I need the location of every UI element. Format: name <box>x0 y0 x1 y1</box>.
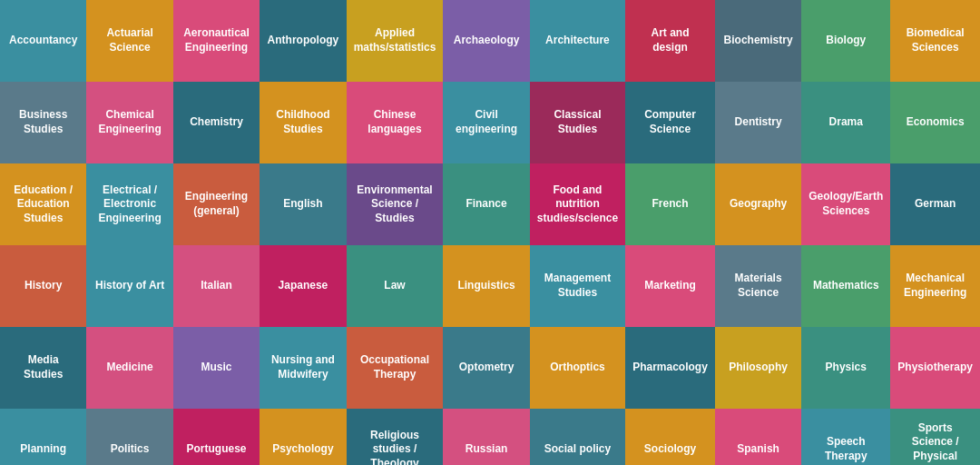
subject-cell[interactable]: Sports Science / Physical Education <box>890 409 980 465</box>
subject-cell[interactable]: Biomedical Sciences <box>890 0 980 82</box>
subject-label: Physiotherapy <box>897 361 973 375</box>
subject-cell[interactable]: Religious studies / Theology <box>347 409 444 465</box>
subject-cell[interactable]: Civil engineering <box>443 82 529 163</box>
subject-label: Business Studies <box>7 108 79 136</box>
subject-cell[interactable]: Architecture <box>530 0 625 82</box>
subject-cell[interactable]: Drama <box>801 82 890 163</box>
subject-label: Nursing and Midwifery <box>267 353 338 381</box>
subject-cell[interactable]: Law <box>347 245 444 327</box>
subject-label: Childhood Studies <box>267 108 338 136</box>
subject-label: Electrical / Electronic Engineering <box>93 183 165 226</box>
subject-cell[interactable]: Archaeology <box>443 0 529 82</box>
subject-label: Mechanical Engineering <box>897 272 973 300</box>
subject-cell[interactable]: Management Studies <box>530 245 625 327</box>
subject-cell[interactable]: Food and nutrition studies/science <box>530 163 625 245</box>
subject-cell[interactable]: Pharmacology <box>625 327 715 409</box>
subject-cell[interactable]: Physics <box>801 327 890 409</box>
subject-cell[interactable]: Spanish <box>715 409 801 465</box>
subject-cell[interactable]: Politics <box>86 409 172 465</box>
subject-cell[interactable]: Nursing and Midwifery <box>260 327 346 409</box>
subject-cell[interactable]: Japanese <box>260 245 346 327</box>
subject-cell[interactable]: Computer Science <box>625 82 715 163</box>
subject-label: Biochemistry <box>724 34 793 48</box>
subject-cell[interactable]: Childhood Studies <box>260 82 346 163</box>
subject-cell[interactable]: Speech Therapy <box>801 409 890 465</box>
subject-cell[interactable]: Finance <box>443 163 529 245</box>
subject-cell[interactable]: Optometry <box>443 327 529 409</box>
subject-label: Aeronautical Engineering <box>181 26 252 54</box>
subject-cell[interactable]: Geology/Earth Sciences <box>801 163 890 245</box>
subject-cell[interactable]: Chemistry <box>173 82 260 163</box>
subject-cell[interactable]: History <box>0 245 86 327</box>
subject-label: Marketing <box>644 279 696 293</box>
subject-label: Portuguese <box>187 442 247 457</box>
subject-label: Geology/Earth Sciences <box>808 190 883 218</box>
subject-cell[interactable]: Dentistry <box>715 82 801 163</box>
subject-cell[interactable]: Economics <box>890 82 980 163</box>
subject-label: Russian <box>466 442 508 457</box>
subjects-grid: AccountancyActuarial ScienceAeronautical… <box>0 0 980 465</box>
subject-cell[interactable]: Chemical Engineering <box>86 82 172 163</box>
subject-cell[interactable]: Sociology <box>625 409 715 465</box>
subject-cell[interactable]: Psychology <box>260 409 346 465</box>
subject-cell[interactable]: Mechanical Engineering <box>890 245 980 327</box>
subject-cell[interactable]: German <box>890 163 980 245</box>
subject-label: Chinese languages <box>354 108 436 136</box>
subject-cell[interactable]: English <box>260 163 346 245</box>
subject-cell[interactable]: Media Studies <box>0 327 86 409</box>
subject-cell[interactable]: Physiotherapy <box>890 327 980 409</box>
subject-label: Computer Science <box>632 108 708 136</box>
subject-cell[interactable]: Actuarial Science <box>86 0 172 82</box>
subject-label: Classical Studies <box>537 108 618 136</box>
subject-cell[interactable]: Education / Education Studies <box>0 163 86 245</box>
subject-label: German <box>915 197 956 212</box>
subject-cell[interactable]: Applied maths/statistics <box>347 0 444 82</box>
subject-label: Dentistry <box>735 115 782 130</box>
subject-label: Social policy <box>544 442 611 457</box>
subject-cell[interactable]: Russian <box>443 409 529 465</box>
subject-cell[interactable]: Linguistics <box>443 245 529 327</box>
subject-label: Media Studies <box>7 353 79 381</box>
subject-cell[interactable]: Engineering (general) <box>173 163 260 245</box>
subject-label: Politics <box>111 442 150 457</box>
subject-cell[interactable]: Electrical / Electronic Engineering <box>86 163 172 245</box>
subject-cell[interactable]: Geography <box>715 163 801 245</box>
subject-cell[interactable]: Mathematics <box>801 245 890 327</box>
subject-cell[interactable]: Social policy <box>530 409 625 465</box>
subject-cell[interactable]: Materials Science <box>715 245 801 327</box>
subject-cell[interactable]: Philosophy <box>715 327 801 409</box>
subject-label: Biology <box>826 34 866 48</box>
subject-label: Law <box>384 279 405 293</box>
subject-cell[interactable]: Accountancy <box>0 0 86 82</box>
subject-cell[interactable]: Italian <box>173 245 260 327</box>
subject-label: Sports Science / Physical Education <box>897 421 973 465</box>
subject-cell[interactable]: Environmental Science / Studies <box>347 163 444 245</box>
subject-cell[interactable]: Business Studies <box>0 82 86 163</box>
subject-cell[interactable]: Music <box>173 327 260 409</box>
subject-cell[interactable]: History of Art <box>86 245 172 327</box>
subject-cell[interactable]: Occupational Therapy <box>347 327 444 409</box>
subject-label: Psychology <box>272 442 333 457</box>
subject-cell[interactable]: Art and design <box>625 0 715 82</box>
subject-cell[interactable]: Orthoptics <box>530 327 625 409</box>
subject-cell[interactable]: French <box>625 163 715 245</box>
subject-label: Sociology <box>644 442 696 457</box>
subject-cell[interactable]: Chinese languages <box>347 82 444 163</box>
subject-label: Medicine <box>106 361 152 375</box>
subject-cell[interactable]: Planning <box>0 409 86 465</box>
subject-label: Art and design <box>632 26 708 54</box>
subject-label: Optometry <box>459 361 514 375</box>
subject-label: Applied maths/statistics <box>354 26 436 54</box>
subject-cell[interactable]: Aeronautical Engineering <box>173 0 260 82</box>
subject-cell[interactable]: Anthropology <box>260 0 346 82</box>
subject-label: Physics <box>826 361 867 375</box>
subject-cell[interactable]: Portuguese <box>173 409 260 465</box>
subject-label: Pharmacology <box>632 361 708 375</box>
subject-cell[interactable]: Biology <box>801 0 890 82</box>
subject-label: Anthropology <box>268 34 339 48</box>
subject-cell[interactable]: Medicine <box>86 327 172 409</box>
subject-cell[interactable]: Marketing <box>625 245 715 327</box>
subject-label: Music <box>201 361 232 375</box>
subject-cell[interactable]: Biochemistry <box>715 0 801 82</box>
subject-cell[interactable]: Classical Studies <box>530 82 625 163</box>
